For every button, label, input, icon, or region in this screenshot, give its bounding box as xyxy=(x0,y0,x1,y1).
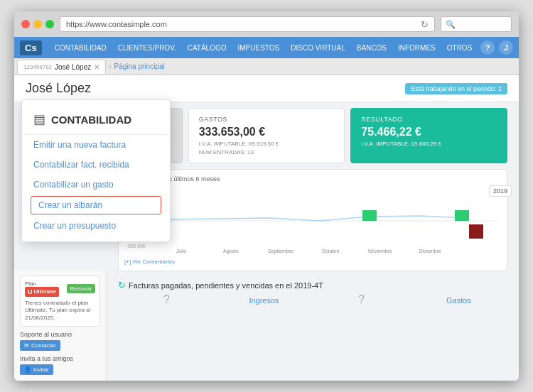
resultado-iva: I.V.A. IMPUTABLE: 15.800,28 € xyxy=(361,141,497,147)
traffic-lights xyxy=(21,20,54,28)
svg-text:Octubre: Octubre xyxy=(322,249,340,254)
invitar-box: Invita a tus amigos 👤 Invitar xyxy=(20,355,100,375)
dropdown-item-5[interactable]: Crear un presupuesto xyxy=(22,216,170,236)
year-badge: 2019 xyxy=(489,185,512,197)
inv-col-gastos: Gastos xyxy=(410,293,507,306)
gastos-entradas: NUM ENTRADAS: 13 xyxy=(199,149,335,156)
tab-separator: › xyxy=(109,62,111,70)
address-bar[interactable]: https://www.contasimple.com ↻ xyxy=(60,16,435,32)
nav-logo[interactable]: Cs xyxy=(20,40,42,55)
gastos-label: GASTOS xyxy=(199,116,335,123)
refresh-icon[interactable]: ↻ xyxy=(421,19,429,30)
inv-col-question2: ? xyxy=(313,293,410,306)
card-gastos: GASTOS 333.653,00 € I.V.A. IMPUTABLE: 69… xyxy=(188,108,345,163)
dropdown-item-3[interactable]: Contabilizar un gasto xyxy=(22,175,170,195)
plan-name-label: Plan xyxy=(25,281,59,287)
sidebar-left: Plan U Ultimate Renovar Tienes contratad… xyxy=(14,270,107,381)
tab-jose-lopez[interactable]: 123456782 José López ✕ xyxy=(17,60,106,74)
browser-window: https://www.contasimple.com ↻ 🔍 Cs CONTA… xyxy=(14,11,519,381)
help-button[interactable]: ? xyxy=(480,40,495,55)
gastos-col-label[interactable]: Gastos xyxy=(446,296,471,305)
nav-disco[interactable]: DISCO VIRTUAL xyxy=(285,37,351,58)
dropdown-item-2[interactable]: Contabilizar fact. recibida xyxy=(22,155,170,175)
nav-informes[interactable]: INFORMES xyxy=(392,37,441,58)
tabs-bar: 123456782 José López ✕ › Página principa… xyxy=(14,58,519,75)
invoices-sub: ? Ingresos ? Gastos xyxy=(118,293,507,306)
invoices-title: ↻ Facturas pagadas, pendientes y vencida… xyxy=(118,280,507,290)
gastos-iva: I.V.A. IMPUTABLE: 69.919,50 € xyxy=(199,141,335,147)
inv-col-question1: ? xyxy=(118,293,215,306)
nav-otros[interactable]: OTROS xyxy=(441,37,478,58)
search-bar[interactable]: 🔍 xyxy=(441,16,512,32)
plan-header: Plan U Ultimate Renovar xyxy=(25,281,95,297)
user-button[interactable]: J xyxy=(499,40,513,55)
person-icon: 👤 xyxy=(24,366,31,373)
renovar-button[interactable]: Renovar xyxy=(67,284,95,293)
page-title: José López xyxy=(26,81,91,96)
maximize-button[interactable] xyxy=(45,20,54,28)
svg-text:Julio: Julio xyxy=(176,249,187,254)
tab-close-icon[interactable]: ✕ xyxy=(94,63,99,71)
svg-text:Diciembre: Diciembre xyxy=(419,249,441,254)
invitar-label: Invita a tus amigos xyxy=(20,355,100,362)
close-button[interactable] xyxy=(21,20,30,28)
gastos-value: 333.653,00 € xyxy=(199,126,335,138)
soporte-label: Soporte al usuario xyxy=(20,331,100,338)
tab-pagina-principal[interactable]: Página principal xyxy=(114,62,165,70)
dropdown-item-1[interactable]: Emitir una nueva factura xyxy=(22,135,170,155)
invitar-button[interactable]: 👤 Invitar xyxy=(20,364,53,375)
contactar-button[interactable]: ✉ Contactar xyxy=(20,340,60,351)
svg-text:Agosto: Agosto xyxy=(223,249,239,254)
nav-bancos[interactable]: BANCOS xyxy=(351,37,392,58)
main-content: José López Está trabajando en el periodo… xyxy=(14,75,519,381)
svg-text:-300 000: -300 000 xyxy=(126,244,146,249)
document-icon: ▤ xyxy=(33,111,45,127)
tab-label-id: 123456782 xyxy=(23,64,52,70)
chart-title: Resultado de los últimos 6 meses xyxy=(124,175,501,183)
search-icon: 🔍 xyxy=(446,20,456,29)
soporte-box: Soporte al usuario ✉ Contactar xyxy=(20,331,100,351)
svg-text:Septiembre: Septiembre xyxy=(268,249,294,254)
inv-col-ingresos: Ingresos xyxy=(215,293,313,306)
dropdown-menu: ▤ CONTABILIDAD Emitir una nueva factura … xyxy=(21,99,171,242)
nav-clientes[interactable]: CLIENTES/PROV. xyxy=(112,37,182,58)
nav-bar: Cs CONTABILIDAD CLIENTES/PROV. CATÁLOGO … xyxy=(14,37,519,58)
plan-logo-area: Plan U Ultimate xyxy=(25,281,59,297)
dropdown-header: ▤ CONTABILIDAD xyxy=(22,106,170,135)
chart-svg: 300 000 150 000 0 -150 000 -300 000 Juli… xyxy=(124,185,501,256)
svg-rect-9 xyxy=(469,224,483,239)
plan-logo: U Ultimate xyxy=(25,287,59,297)
invoices-title-text: Facturas pagadas, pendientes y vencidas … xyxy=(129,281,323,290)
nav-catalogo[interactable]: CATÁLOGO xyxy=(182,37,232,58)
dropdown-item-4-highlighted[interactable]: Crear un albarán xyxy=(31,196,161,214)
card-resultado: RESULTADO 75.466,22 € I.V.A. IMPUTABLE: … xyxy=(350,108,507,163)
invitar-btn-label: Invitar xyxy=(33,366,49,373)
tab-label: José López xyxy=(55,63,91,71)
nav-contabilidad[interactable]: CONTABILIDAD xyxy=(49,37,112,58)
page-header: José López Está trabajando en el periodo… xyxy=(14,75,519,102)
resultado-value: 75.466,22 € xyxy=(361,126,497,138)
dropdown-title: CONTABILIDAD xyxy=(51,114,131,126)
svg-rect-7 xyxy=(362,210,377,221)
resultado-label: RESULTADO xyxy=(361,116,497,123)
svg-text:Noviembre: Noviembre xyxy=(368,249,392,254)
browser-chrome: https://www.contasimple.com ↻ 🔍 xyxy=(14,11,519,37)
chart-area: Resultado de los últimos 6 meses 300 000… xyxy=(118,169,507,271)
nav-items: CONTABILIDAD CLIENTES/PROV. CATÁLOGO IMP… xyxy=(49,37,480,58)
ingresos-col-label[interactable]: Ingresos xyxy=(249,296,279,305)
nav-right: ? J xyxy=(480,40,513,55)
period-badge: Está trabajando en el periodo: 2 xyxy=(405,83,507,94)
plan-box: Plan U Ultimate Renovar Tienes contratad… xyxy=(20,276,100,327)
minimize-button[interactable] xyxy=(33,20,42,28)
nav-impuestos[interactable]: IMPUESTOS xyxy=(232,37,286,58)
contactar-label: Contactar xyxy=(31,342,56,349)
chart-link[interactable]: [+] Ver Comentarios xyxy=(124,258,501,265)
url-text: https://www.contasimple.com xyxy=(66,20,167,28)
plan-tier: Ultimate xyxy=(34,288,57,295)
plan-text: Tienes contratado el plan Ultimate. Tu p… xyxy=(25,300,95,322)
svg-rect-8 xyxy=(455,210,469,221)
envelope-icon: ✉ xyxy=(24,342,29,349)
plan-logo-icon: U xyxy=(28,288,33,295)
